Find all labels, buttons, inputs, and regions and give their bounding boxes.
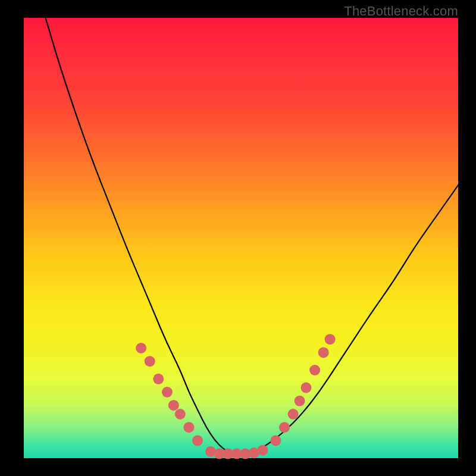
bottleneck-curve bbox=[46, 18, 459, 454]
data-point-left-arm-7 bbox=[183, 422, 194, 433]
data-point-left-arm-5 bbox=[168, 400, 179, 411]
data-point-trough-7 bbox=[258, 445, 268, 456]
data-point-right-arm-2 bbox=[279, 422, 290, 433]
curve-svg bbox=[24, 18, 458, 458]
plot-area bbox=[24, 18, 458, 458]
data-point-left-arm-3 bbox=[153, 374, 164, 384]
watermark-text: TheBottleneck.com bbox=[344, 4, 458, 19]
data-point-left-arm-6 bbox=[175, 409, 186, 419]
chart-frame: TheBottleneck.com bbox=[0, 0, 476, 476]
data-points-group bbox=[136, 334, 335, 459]
data-point-right-arm-8 bbox=[325, 334, 336, 345]
data-point-right-arm-5 bbox=[301, 383, 312, 393]
data-point-right-arm-1 bbox=[270, 435, 281, 446]
data-point-right-arm-3 bbox=[288, 409, 299, 419]
data-point-left-arm-2 bbox=[145, 356, 155, 367]
data-point-right-arm-4 bbox=[295, 396, 305, 406]
data-point-left-arm-1 bbox=[136, 343, 146, 353]
data-point-left-arm-8 bbox=[192, 435, 203, 446]
data-point-right-arm-7 bbox=[318, 347, 329, 358]
data-point-right-arm-6 bbox=[309, 365, 320, 375]
data-point-left-arm-4 bbox=[162, 387, 173, 397]
